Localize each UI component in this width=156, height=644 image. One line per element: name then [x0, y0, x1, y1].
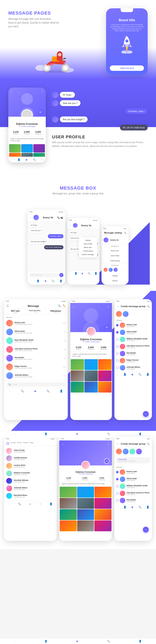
tag-videos[interactable]: Videos — [23, 442, 28, 444]
gn-nav-1[interactable]: ⌂ — [117, 506, 118, 508]
lp-pg-11[interactable] — [77, 520, 94, 531]
list-item[interactable]: Edgar Hoover Lorem ipsum dolor sit amet.… — [4, 362, 68, 371]
photo-thumb-2[interactable] — [21, 144, 33, 152]
lp-pg-1[interactable] — [60, 487, 77, 498]
cg-checkbox-3[interactable] — [116, 338, 119, 341]
phone1-nav-explore[interactable]: ◉ — [44, 280, 47, 282]
ml-nav-search[interactable]: 🔍 — [21, 390, 24, 392]
profile-back-button[interactable]: ← — [10, 90, 13, 93]
pg-photo-7[interactable] — [71, 382, 84, 392]
people-item-1[interactable]: Alane Purdy Lorem ipsum text — [6, 447, 55, 454]
sp-nav-explore[interactable]: ◉ — [29, 502, 31, 506]
cg-checkbox-7[interactable] — [116, 366, 119, 369]
pg-photo-9[interactable] — [98, 382, 112, 392]
phone1-nav-profile[interactable]: 👤 — [37, 280, 39, 282]
ppb-back-icon[interactable]: ← — [72, 305, 75, 308]
ml-add-icon[interactable]: ✏️ — [63, 304, 66, 307]
cg-contact-2[interactable]: Olivia Noah Lorem ipsum... — [114, 329, 152, 336]
lp-pg-7[interactable] — [60, 509, 77, 520]
cg-fab-button[interactable]: → — [143, 411, 149, 417]
people-item-6[interactable]: Johnette Bitton Lorem ipsum text — [6, 484, 55, 492]
ml-search-placeholder[interactable]: Search — [12, 384, 17, 386]
phone1-back-icon[interactable]: ← — [30, 216, 32, 219]
nav-explore-icon[interactable]: ◉ — [25, 158, 28, 161]
tag-top[interactable]: Top — [6, 442, 9, 444]
gn-nav-3[interactable]: ◉ — [131, 506, 133, 508]
ml-nav-search2[interactable]: 🔍 — [46, 390, 49, 392]
dropdown-create-group[interactable]: Create group — [79, 249, 97, 253]
cg-contact-5[interactable]: Hernández Lorem ipsum... — [114, 350, 152, 357]
cg-checkbox-6[interactable] — [116, 360, 119, 362]
cg-checkbox-5[interactable] — [116, 352, 119, 355]
cg-contact-1[interactable]: Emma Liam Lorem ipsum... — [114, 322, 152, 329]
cg-contact-3[interactable]: William Elizabeth Smith Lorem ipsum... — [114, 336, 152, 343]
gn-contact-2[interactable]: Olivia Noah Lorem ipsum... — [114, 476, 152, 483]
list-item[interactable]: Mary Elizabeth Smith Lorem ipsum dolor s… — [4, 336, 68, 345]
lp-pg-3[interactable] — [94, 487, 112, 498]
nav-home-icon[interactable]: ⌂ — [11, 158, 12, 161]
cg-nav-4[interactable]: 🔍 — [138, 373, 142, 376]
ml-search-container[interactable]: 🔍 Search — [6, 382, 66, 387]
phone3-item-history[interactable]: History — [102, 278, 129, 283]
people-item-7[interactable]: Maryland Mnes Lorem ipsum text — [6, 492, 55, 500]
list-item[interactable]: Johnette Bitton Lorem ipsum dolor sit am… — [4, 371, 68, 380]
tag-photo[interactable]: Photo — [17, 442, 22, 444]
ppb-more-icon[interactable]: ⋮ — [107, 305, 110, 308]
cg-back-icon[interactable]: ← — [117, 304, 119, 308]
phone1-nav-menu[interactable]: 👤 — [59, 280, 62, 282]
list-item[interactable]: Hernández Lorem ipsum dolor sit amet... … — [4, 354, 68, 362]
people-item-3[interactable]: Laraine Elvin Lorem ipsum text — [6, 462, 55, 470]
gn-name-input-row[interactable]: Group name Text project deadline — [116, 457, 150, 463]
pg-photo-3[interactable] — [98, 359, 112, 370]
gn-cb-2[interactable] — [116, 478, 119, 480]
tag-tags[interactable]: Tags — [30, 442, 33, 444]
list-item[interactable]: Emma Liam Lorem ipsum dolor sit amet... … — [4, 319, 68, 328]
cg-contact-4[interactable]: Ada Maria Guerrero Pérez Lorem ipsum... — [114, 343, 152, 350]
pg-photo-6[interactable] — [98, 370, 112, 381]
dropdown-delete-message[interactable]: Delete message — [79, 253, 97, 256]
ml-nav-explore[interactable]: ◉ — [34, 390, 36, 392]
phone2-nav-icon-4[interactable]: 🔍 — [88, 272, 90, 275]
sp-nav-profile[interactable]: 👤 — [49, 502, 53, 506]
people-item-4[interactable]: Edwina Crossman TypeWriter, LinkedIn — [6, 470, 55, 477]
phone2-more-icon[interactable]: ⋮ — [95, 224, 97, 227]
phone3-search-icon[interactable]: 🔍 — [124, 232, 127, 234]
lp-back-icon[interactable]: ← — [61, 442, 64, 446]
gn-cb-1[interactable] — [116, 471, 119, 473]
phone1-nav-home[interactable]: ⌂ — [30, 280, 32, 282]
phone1-nav-search[interactable]: 🔍 — [52, 280, 54, 282]
cg-contact-7[interactable]: Johnette Bitton Lorem ipsum... — [114, 364, 152, 371]
profile-message-button[interactable]: ✉ — [37, 109, 43, 115]
phone3-item-block[interactable]: Block user — [102, 248, 129, 253]
sp-nav-home[interactable]: ⌂ — [8, 502, 10, 506]
cg-nav-5[interactable]: 👤 — [146, 373, 149, 376]
dropdown-view-profile[interactable]: View Profile — [79, 242, 97, 246]
cg-checkbox-4[interactable] — [116, 345, 119, 348]
cg-nav-2[interactable]: 👤 — [123, 373, 127, 376]
phone3-item-delete[interactable]: Delete this message — [102, 283, 129, 284]
pg-photo-4[interactable] — [71, 370, 84, 381]
cg-contact-6[interactable]: Edgar Hoover Lorem ipsum... — [114, 357, 152, 364]
phone1-send-button[interactable]: ➤ — [59, 273, 63, 277]
dropdown-block-user[interactable]: Block user — [79, 246, 97, 249]
ml-nav-home[interactable]: ⌂ — [9, 390, 10, 392]
gn-contact-4[interactable]: Ada Maria Guerrero Pérez Lorem ipsum... — [114, 490, 152, 497]
pg-photo-1[interactable] — [71, 359, 84, 370]
ml-nav-profile[interactable]: 👤 — [60, 390, 63, 392]
gn-fab-button[interactable]: → — [143, 527, 149, 532]
ppb-message-icon[interactable]: ✉ — [104, 324, 109, 330]
nav-profile-icon[interactable]: 👤 — [17, 158, 20, 161]
people-item-5[interactable]: Nicolette Bilman Lorem ipsum text — [6, 477, 55, 484]
photo-thumb-3[interactable] — [33, 144, 45, 152]
lp-pg-8[interactable] — [77, 509, 94, 520]
gn-nav-4[interactable]: 🔍 — [138, 506, 142, 508]
cg-search-icon[interactable]: 🔍 — [147, 305, 150, 308]
list-item[interactable]: Ada Maria Guerrero Pérez Lorem ipsum dol… — [4, 345, 68, 354]
phone3-item-create[interactable]: Create group — [102, 258, 129, 263]
gn-search-icon[interactable]: 🔍 — [147, 442, 150, 445]
gn-cb-3[interactable] — [116, 485, 119, 488]
phone3-item-setting[interactable]: Setting — [102, 273, 129, 278]
cg-nav-1[interactable]: ⌂ — [117, 373, 118, 376]
gn-nav-2[interactable]: 👤 — [123, 506, 127, 508]
ml-menu-icon[interactable]: ☰ — [6, 304, 9, 308]
